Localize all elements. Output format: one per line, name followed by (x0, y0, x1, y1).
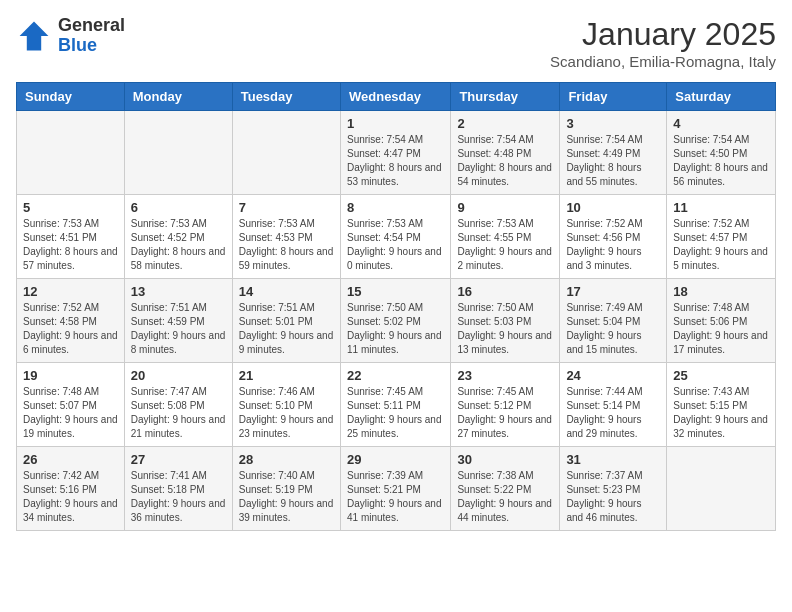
calendar-cell: 11Sunrise: 7:52 AM Sunset: 4:57 PM Dayli… (667, 195, 776, 279)
calendar-table: SundayMondayTuesdayWednesdayThursdayFrid… (16, 82, 776, 531)
day-number: 17 (566, 284, 660, 299)
calendar-cell: 28Sunrise: 7:40 AM Sunset: 5:19 PM Dayli… (232, 447, 340, 531)
calendar-week-row: 12Sunrise: 7:52 AM Sunset: 4:58 PM Dayli… (17, 279, 776, 363)
calendar-cell: 23Sunrise: 7:45 AM Sunset: 5:12 PM Dayli… (451, 363, 560, 447)
day-info: Sunrise: 7:52 AM Sunset: 4:57 PM Dayligh… (673, 217, 769, 273)
calendar-week-row: 1Sunrise: 7:54 AM Sunset: 4:47 PM Daylig… (17, 111, 776, 195)
calendar-cell: 30Sunrise: 7:38 AM Sunset: 5:22 PM Dayli… (451, 447, 560, 531)
day-info: Sunrise: 7:46 AM Sunset: 5:10 PM Dayligh… (239, 385, 334, 441)
weekday-header-tuesday: Tuesday (232, 83, 340, 111)
day-info: Sunrise: 7:49 AM Sunset: 5:04 PM Dayligh… (566, 301, 660, 357)
day-number: 2 (457, 116, 553, 131)
calendar-cell: 13Sunrise: 7:51 AM Sunset: 4:59 PM Dayli… (124, 279, 232, 363)
calendar-week-row: 26Sunrise: 7:42 AM Sunset: 5:16 PM Dayli… (17, 447, 776, 531)
day-info: Sunrise: 7:47 AM Sunset: 5:08 PM Dayligh… (131, 385, 226, 441)
day-number: 26 (23, 452, 118, 467)
day-info: Sunrise: 7:54 AM Sunset: 4:49 PM Dayligh… (566, 133, 660, 189)
calendar-cell: 15Sunrise: 7:50 AM Sunset: 5:02 PM Dayli… (340, 279, 450, 363)
day-info: Sunrise: 7:48 AM Sunset: 5:07 PM Dayligh… (23, 385, 118, 441)
month-title: January 2025 (550, 16, 776, 53)
calendar-cell: 21Sunrise: 7:46 AM Sunset: 5:10 PM Dayli… (232, 363, 340, 447)
calendar-week-row: 5Sunrise: 7:53 AM Sunset: 4:51 PM Daylig… (17, 195, 776, 279)
calendar-cell: 22Sunrise: 7:45 AM Sunset: 5:11 PM Dayli… (340, 363, 450, 447)
day-number: 11 (673, 200, 769, 215)
day-number: 31 (566, 452, 660, 467)
day-info: Sunrise: 7:51 AM Sunset: 5:01 PM Dayligh… (239, 301, 334, 357)
calendar-cell: 9Sunrise: 7:53 AM Sunset: 4:55 PM Daylig… (451, 195, 560, 279)
day-number: 20 (131, 368, 226, 383)
day-info: Sunrise: 7:52 AM Sunset: 4:56 PM Dayligh… (566, 217, 660, 273)
calendar-cell: 29Sunrise: 7:39 AM Sunset: 5:21 PM Dayli… (340, 447, 450, 531)
day-info: Sunrise: 7:50 AM Sunset: 5:03 PM Dayligh… (457, 301, 553, 357)
day-number: 9 (457, 200, 553, 215)
day-info: Sunrise: 7:54 AM Sunset: 4:48 PM Dayligh… (457, 133, 553, 189)
day-number: 1 (347, 116, 444, 131)
day-number: 14 (239, 284, 334, 299)
day-info: Sunrise: 7:53 AM Sunset: 4:55 PM Dayligh… (457, 217, 553, 273)
weekday-header-monday: Monday (124, 83, 232, 111)
calendar-cell (17, 111, 125, 195)
calendar-cell: 19Sunrise: 7:48 AM Sunset: 5:07 PM Dayli… (17, 363, 125, 447)
svg-marker-0 (20, 21, 49, 50)
calendar-cell: 18Sunrise: 7:48 AM Sunset: 5:06 PM Dayli… (667, 279, 776, 363)
day-info: Sunrise: 7:38 AM Sunset: 5:22 PM Dayligh… (457, 469, 553, 525)
day-info: Sunrise: 7:53 AM Sunset: 4:52 PM Dayligh… (131, 217, 226, 273)
header: General Blue January 2025 Scandiano, Emi… (16, 16, 776, 70)
logo: General Blue (16, 16, 125, 56)
day-info: Sunrise: 7:45 AM Sunset: 5:12 PM Dayligh… (457, 385, 553, 441)
day-info: Sunrise: 7:54 AM Sunset: 4:50 PM Dayligh… (673, 133, 769, 189)
calendar-cell: 26Sunrise: 7:42 AM Sunset: 5:16 PM Dayli… (17, 447, 125, 531)
calendar-cell (667, 447, 776, 531)
day-info: Sunrise: 7:51 AM Sunset: 4:59 PM Dayligh… (131, 301, 226, 357)
calendar-cell (124, 111, 232, 195)
calendar-cell: 5Sunrise: 7:53 AM Sunset: 4:51 PM Daylig… (17, 195, 125, 279)
day-info: Sunrise: 7:50 AM Sunset: 5:02 PM Dayligh… (347, 301, 444, 357)
day-info: Sunrise: 7:48 AM Sunset: 5:06 PM Dayligh… (673, 301, 769, 357)
day-number: 13 (131, 284, 226, 299)
title-area: January 2025 Scandiano, Emilia-Romagna, … (550, 16, 776, 70)
calendar-cell: 1Sunrise: 7:54 AM Sunset: 4:47 PM Daylig… (340, 111, 450, 195)
calendar-week-row: 19Sunrise: 7:48 AM Sunset: 5:07 PM Dayli… (17, 363, 776, 447)
day-number: 28 (239, 452, 334, 467)
day-info: Sunrise: 7:45 AM Sunset: 5:11 PM Dayligh… (347, 385, 444, 441)
weekday-header-wednesday: Wednesday (340, 83, 450, 111)
day-info: Sunrise: 7:53 AM Sunset: 4:53 PM Dayligh… (239, 217, 334, 273)
day-info: Sunrise: 7:44 AM Sunset: 5:14 PM Dayligh… (566, 385, 660, 441)
day-info: Sunrise: 7:40 AM Sunset: 5:19 PM Dayligh… (239, 469, 334, 525)
day-number: 24 (566, 368, 660, 383)
day-number: 5 (23, 200, 118, 215)
calendar-cell: 20Sunrise: 7:47 AM Sunset: 5:08 PM Dayli… (124, 363, 232, 447)
day-number: 16 (457, 284, 553, 299)
day-number: 6 (131, 200, 226, 215)
calendar-cell: 27Sunrise: 7:41 AM Sunset: 5:18 PM Dayli… (124, 447, 232, 531)
day-number: 12 (23, 284, 118, 299)
calendar-cell: 10Sunrise: 7:52 AM Sunset: 4:56 PM Dayli… (560, 195, 667, 279)
calendar-cell: 12Sunrise: 7:52 AM Sunset: 4:58 PM Dayli… (17, 279, 125, 363)
logo-general: General (58, 16, 125, 36)
calendar-cell: 24Sunrise: 7:44 AM Sunset: 5:14 PM Dayli… (560, 363, 667, 447)
day-number: 23 (457, 368, 553, 383)
day-info: Sunrise: 7:53 AM Sunset: 4:51 PM Dayligh… (23, 217, 118, 273)
day-number: 3 (566, 116, 660, 131)
day-number: 30 (457, 452, 553, 467)
day-info: Sunrise: 7:41 AM Sunset: 5:18 PM Dayligh… (131, 469, 226, 525)
weekday-header-friday: Friday (560, 83, 667, 111)
logo-blue: Blue (58, 36, 125, 56)
day-info: Sunrise: 7:42 AM Sunset: 5:16 PM Dayligh… (23, 469, 118, 525)
day-number: 25 (673, 368, 769, 383)
calendar-cell: 14Sunrise: 7:51 AM Sunset: 5:01 PM Dayli… (232, 279, 340, 363)
weekday-header-saturday: Saturday (667, 83, 776, 111)
calendar-cell: 7Sunrise: 7:53 AM Sunset: 4:53 PM Daylig… (232, 195, 340, 279)
day-number: 7 (239, 200, 334, 215)
day-number: 19 (23, 368, 118, 383)
day-number: 15 (347, 284, 444, 299)
day-info: Sunrise: 7:39 AM Sunset: 5:21 PM Dayligh… (347, 469, 444, 525)
day-number: 29 (347, 452, 444, 467)
day-info: Sunrise: 7:53 AM Sunset: 4:54 PM Dayligh… (347, 217, 444, 273)
calendar-cell: 16Sunrise: 7:50 AM Sunset: 5:03 PM Dayli… (451, 279, 560, 363)
calendar-cell: 25Sunrise: 7:43 AM Sunset: 5:15 PM Dayli… (667, 363, 776, 447)
weekday-row: SundayMondayTuesdayWednesdayThursdayFrid… (17, 83, 776, 111)
calendar-header: SundayMondayTuesdayWednesdayThursdayFrid… (17, 83, 776, 111)
day-info: Sunrise: 7:37 AM Sunset: 5:23 PM Dayligh… (566, 469, 660, 525)
calendar-cell: 4Sunrise: 7:54 AM Sunset: 4:50 PM Daylig… (667, 111, 776, 195)
